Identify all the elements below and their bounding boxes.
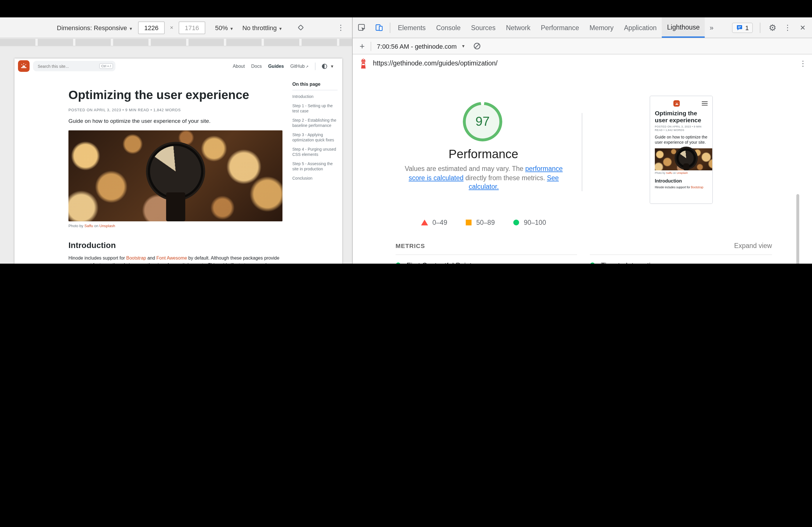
pass-range-icon — [513, 220, 519, 225]
viewport-width-input[interactable] — [138, 21, 165, 34]
tab-elements[interactable]: Elements — [393, 17, 431, 37]
row-divider — [371, 42, 371, 51]
dimensions-times-label: × — [170, 24, 173, 31]
close-devtools-icon[interactable]: ✕ — [798, 24, 808, 32]
tab-application[interactable]: Application — [619, 17, 662, 37]
metric-tti: Time to Interactive 2.5 s — [590, 254, 772, 264]
issues-icon — [736, 24, 743, 31]
mini-site-logo-icon — [673, 100, 680, 107]
device-ruler — [0, 39, 352, 46]
nav-link-about[interactable]: About — [233, 63, 245, 69]
fail-range-icon — [421, 220, 428, 225]
dimensions-dropdown[interactable]: Dimensions: Responsive▼ — [57, 24, 133, 31]
site-search-box[interactable]: Ctrl + / — [33, 61, 115, 71]
rotate-icon[interactable] — [296, 23, 305, 32]
toc-item[interactable]: Step 1 - Setting up the test case — [292, 103, 337, 114]
site-page: Ctrl + / About Docs Guides GitHub ↗ ▼ Op… — [14, 59, 342, 264]
external-link-icon: ↗ — [305, 65, 308, 68]
metrics-section-title: METRICS — [395, 242, 425, 249]
average-range-icon — [466, 220, 472, 225]
watch-photo — [69, 130, 282, 221]
search-shortcut-chip: Ctrl + / — [99, 63, 113, 69]
on-this-page-toc: On this page Introduction Step 1 - Setti… — [292, 82, 337, 181]
tab-network[interactable]: Network — [501, 17, 536, 37]
device-toolbar-toggle-icon[interactable] — [370, 17, 388, 37]
article: Optimizing the user experience POSTED ON… — [69, 74, 282, 264]
tab-sources[interactable]: Sources — [466, 17, 501, 37]
score-disclaimer: Values are estimated and may vary. The p… — [401, 165, 567, 192]
device-emulation-panel: Dimensions: Responsive▼ × 50%▼ No thrott… — [0, 17, 352, 264]
legend-label: 0–49 — [432, 219, 447, 226]
toc-title: On this page — [292, 82, 337, 90]
intro-paragraph-1: Hinode includes support for Bootstrap an… — [69, 255, 282, 264]
theme-icon — [322, 63, 327, 69]
tab-memory[interactable]: Memory — [584, 17, 619, 37]
device-viewport-area: Ctrl + / About Docs Guides GitHub ↗ ▼ Op… — [0, 46, 352, 264]
clear-reports-icon[interactable] — [473, 42, 482, 51]
devtools-panel: Elements Console Sources Network Perform… — [352, 17, 812, 264]
score-legend: 0–49 50–89 90–100 — [380, 219, 586, 226]
report-scrollbar[interactable] — [796, 194, 799, 264]
mini-page-thumbnail: Optimizing the user experience POSTED ON… — [650, 96, 713, 204]
mini-intro-text: Hinode includes support for Bootstrap an… — [655, 185, 708, 190]
toc-item[interactable]: Conclusion — [292, 175, 337, 181]
site-logo-icon[interactable] — [18, 60, 30, 72]
legend-label: 50–89 — [476, 219, 495, 226]
mini-intro-heading: Introduction — [655, 179, 708, 184]
metric-name: Time to Interactive — [601, 261, 658, 264]
new-report-icon[interactable]: + — [360, 41, 365, 51]
lighthouse-logo-icon — [359, 58, 368, 69]
nav-link-guides[interactable]: Guides — [268, 63, 284, 69]
report-menu-icon[interactable]: ⋮ — [799, 59, 807, 67]
tab-lighthouse[interactable]: Lighthouse — [662, 17, 705, 37]
intro-heading: Introduction — [69, 240, 282, 250]
tab-console[interactable]: Console — [431, 17, 466, 37]
devtools-menu-icon[interactable]: ⋮ — [782, 23, 793, 32]
category-title: Performance — [380, 147, 586, 161]
settings-gear-icon[interactable]: ⚙ — [767, 22, 778, 33]
devtools-tab-bar: Elements Console Sources Network Perform… — [353, 17, 812, 38]
metrics-header-row: METRICS Expand view — [395, 242, 772, 249]
mini-article-title: Optimizing the user experience — [655, 110, 708, 123]
article-lead: Guide on how to optimize the user experi… — [69, 118, 282, 124]
issues-counter[interactable]: 1 — [732, 22, 753, 33]
article-title: Optimizing the user experience — [69, 88, 282, 102]
report-session-dropdown[interactable]: 7:00:56 AM - gethinode.com▼ — [377, 43, 465, 49]
mini-hamburger-icon — [702, 101, 708, 107]
screen: Dimensions: Responsive▼ × 50%▼ No thrott… — [0, 0, 812, 264]
viewport-height-input[interactable] — [179, 21, 205, 34]
score-value: 97 — [476, 114, 490, 129]
toc-item[interactable]: Step 2 - Establishing the baseline perfo… — [292, 117, 337, 129]
os-top-bar — [0, 0, 812, 17]
metric-status-icon — [590, 262, 595, 264]
toolbar-divider — [390, 22, 390, 33]
site-navbar: Ctrl + / About Docs Guides GitHub ↗ ▼ — [14, 59, 342, 74]
theme-toggle-button[interactable]: ▼ — [322, 63, 334, 69]
score-gauge[interactable]: 97 — [466, 105, 499, 138]
nav-link-docs[interactable]: Docs — [251, 63, 262, 69]
toc-item[interactable]: Step 5 - Assessing the site in productio… — [292, 161, 337, 172]
toolbar-divider — [760, 22, 760, 33]
metric-status-icon — [395, 262, 401, 264]
search-input[interactable] — [38, 64, 90, 68]
mini-article-image — [655, 148, 713, 170]
toc-item[interactable]: Step 3 - Applying optimization quick fix… — [292, 132, 337, 143]
zoom-dropdown[interactable]: 50%▼ — [215, 24, 234, 31]
inspect-element-icon[interactable] — [353, 17, 370, 37]
summary-divider — [582, 113, 582, 191]
page-screenshot-card: Optimizing the user experience POSTED ON… — [650, 95, 713, 204]
tab-performance[interactable]: Performance — [536, 17, 584, 37]
report-url: https://gethinode.com/guides/optimizatio… — [373, 60, 498, 66]
mini-photo-caption: Photo by Saffu on Unsplash — [655, 171, 708, 175]
device-toolbar-menu-icon[interactable]: ⋮ — [337, 23, 345, 32]
mini-article-lead: Guide on how to optimize the user experi… — [655, 134, 708, 145]
more-tabs-icon[interactable]: » — [705, 17, 718, 37]
nav-link-github[interactable]: GitHub ↗ — [290, 63, 308, 69]
toc-item[interactable]: Step 4 - Purging unused CSS elements — [292, 146, 337, 157]
metric-fcp: First Contentful Paint 1.1 s — [395, 254, 577, 264]
throttling-dropdown[interactable]: No throttling▼ — [243, 24, 283, 31]
toc-item[interactable]: Introduction — [292, 94, 337, 100]
expand-view-button[interactable]: Expand view — [734, 242, 772, 249]
article-hero-image — [69, 130, 282, 221]
report-url-row: https://gethinode.com/guides/optimizatio… — [353, 55, 812, 72]
